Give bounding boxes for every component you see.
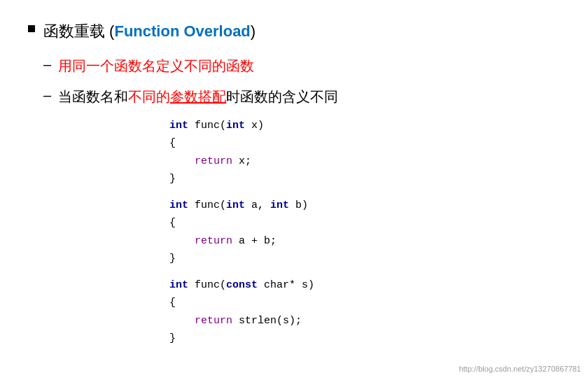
- code-line-9: int func(const char* s): [169, 276, 560, 295]
- kw-int-3: int: [169, 199, 188, 211]
- sub-text-1-red: 用同一个函数名定义不同的函数: [58, 58, 254, 73]
- code-empty-2: [169, 268, 560, 276]
- sub-text-2-red2: 参数搭配: [170, 89, 226, 104]
- sub-bullets: – 用同一个函数名定义不同的函数 – 当函数名和不同的参数搭配时函数的含义不同 …: [43, 55, 560, 348]
- sub-text-2-red1: 不同的: [128, 89, 170, 104]
- kw-const: const: [226, 279, 258, 291]
- code-line-11: return strlen(s);: [169, 312, 560, 330]
- code-line-5: int func(int a, int b): [169, 197, 560, 215]
- code-line-7: return a + b;: [169, 232, 560, 251]
- code-line-10: {: [169, 294, 560, 312]
- dash-2: –: [43, 87, 51, 104]
- kw-int-4: int: [226, 199, 245, 211]
- code-line-4: }: [169, 170, 560, 188]
- kw-int-2: int: [226, 120, 245, 132]
- kw-int-1: int: [169, 120, 188, 132]
- kw-int-5: int: [270, 199, 289, 211]
- code-line-8: }: [169, 250, 560, 268]
- code-line-2: {: [169, 134, 560, 153]
- dash-1: –: [43, 57, 51, 73]
- sub-text-2-before: 当函数名和: [58, 89, 128, 104]
- sub-text-1: 用同一个函数名定义不同的函数: [58, 55, 254, 76]
- code-line-12: }: [169, 330, 560, 348]
- code-line-1: int func(int x): [169, 117, 560, 135]
- code-line-6: {: [169, 214, 560, 232]
- slide-container: 函数重载 (Function Overload) – 用同一个函数名定义不同的函…: [0, 0, 588, 380]
- watermark: http://blog.csdn.net/zy13270867781: [459, 365, 581, 373]
- main-bullet: 函数重载 (Function Overload): [28, 21, 560, 43]
- main-title-highlight: Function Overload: [114, 22, 250, 40]
- code-block: int func(int x) { return x; } int func(i…: [169, 117, 560, 348]
- sub-text-2: 当函数名和不同的参数搭配时函数的含义不同: [58, 86, 338, 107]
- code-empty-1: [169, 188, 560, 197]
- code-line-3: return x;: [169, 153, 560, 171]
- kw-return-1: return: [195, 155, 232, 167]
- kw-return-3: return: [195, 315, 232, 327]
- kw-int-6: int: [169, 279, 188, 291]
- main-title-text-before: 函数重载 (: [43, 22, 114, 40]
- main-title: 函数重载 (Function Overload): [43, 21, 255, 43]
- sub-bullet-2: – 当函数名和不同的参数搭配时函数的含义不同: [43, 86, 560, 107]
- bullet-square-icon: [28, 25, 35, 32]
- sub-bullet-1: – 用同一个函数名定义不同的函数: [43, 55, 560, 76]
- sub-text-2-after: 时函数的含义不同: [226, 89, 338, 104]
- kw-return-2: return: [195, 235, 232, 247]
- main-title-text-after: ): [251, 22, 255, 40]
